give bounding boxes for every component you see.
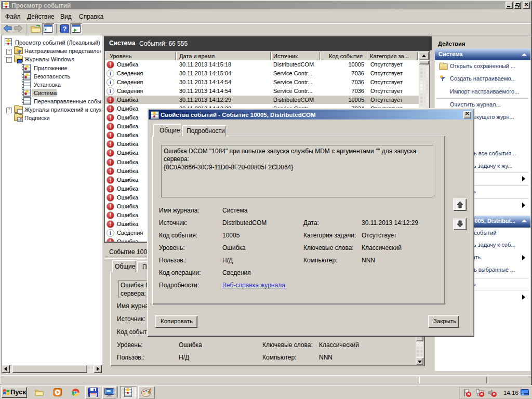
svg-text:?: ?	[63, 25, 67, 33]
